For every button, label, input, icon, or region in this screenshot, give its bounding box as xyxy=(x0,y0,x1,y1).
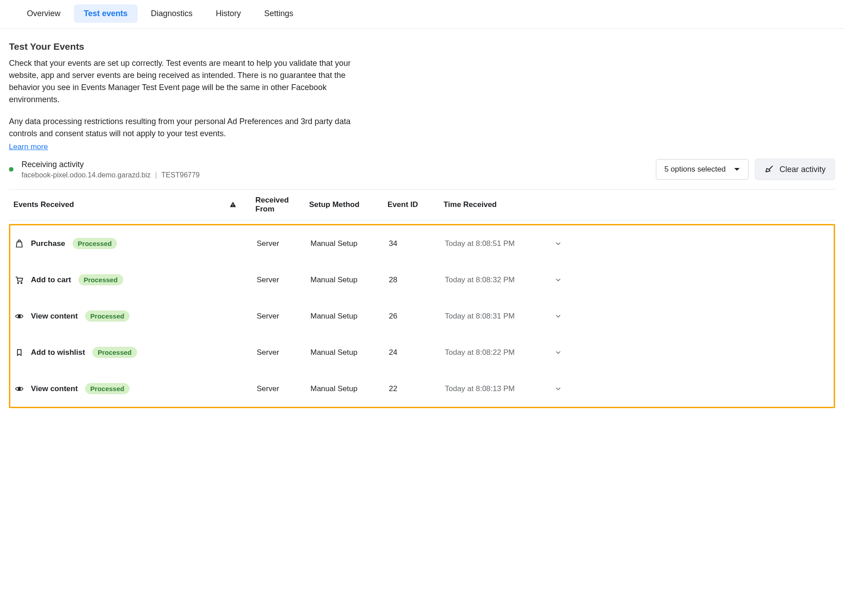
eye-icon xyxy=(15,312,24,321)
svg-point-3 xyxy=(21,282,22,284)
svg-point-5 xyxy=(18,388,21,390)
status-badge: Processed xyxy=(92,347,137,358)
cell-from: Server xyxy=(257,348,310,357)
cell-from: Server xyxy=(257,239,310,248)
table-row: View contentProcessedServerManual Setup2… xyxy=(10,298,834,334)
svg-point-2 xyxy=(17,282,19,284)
status-badge: Processed xyxy=(85,310,130,322)
status-badge: Processed xyxy=(73,238,117,249)
caret-down-icon xyxy=(734,167,740,172)
tab-history[interactable]: History xyxy=(206,4,251,23)
learn-more-link[interactable]: Learn more xyxy=(9,142,48,151)
activity-code: TEST96779 xyxy=(161,171,199,179)
cell-time: Today at 8:08:32 PM xyxy=(445,276,555,284)
cell-id: 24 xyxy=(389,348,445,357)
status-dot-icon xyxy=(9,167,13,172)
cell-method: Manual Setup xyxy=(310,384,389,393)
svg-rect-0 xyxy=(233,204,233,205)
page-description-1: Check that your events are set up correc… xyxy=(9,57,358,106)
events-table-body: PurchaseProcessedServerManual Setup34Tod… xyxy=(9,224,835,408)
col-method: Setup Method xyxy=(309,200,388,209)
cell-method: Manual Setup xyxy=(310,312,389,321)
bag-icon xyxy=(15,239,24,248)
tab-settings[interactable]: Settings xyxy=(254,4,303,23)
cart-icon xyxy=(15,276,24,284)
cell-from: Server xyxy=(257,276,310,284)
expand-row-button[interactable] xyxy=(555,240,573,247)
tab-overview[interactable]: Overview xyxy=(17,4,70,23)
clear-activity-button[interactable]: Clear activity xyxy=(755,159,835,180)
cell-method: Manual Setup xyxy=(310,239,389,248)
tab-diagnostics[interactable]: Diagnostics xyxy=(141,4,202,23)
col-from: Received From xyxy=(255,196,309,214)
page-description-2: Any data processing restrictions resulti… xyxy=(9,116,358,140)
eye-icon xyxy=(15,384,24,393)
expand-row-button[interactable] xyxy=(555,349,573,356)
options-dropdown[interactable]: 5 options selected xyxy=(656,159,749,180)
col-time: Time Received xyxy=(444,200,553,209)
event-name: Add to cart xyxy=(31,276,71,284)
cell-time: Today at 8:08:13 PM xyxy=(445,384,555,393)
page-title: Test Your Events xyxy=(9,41,358,52)
event-name: Purchase xyxy=(31,239,65,248)
tab-bar: OverviewTest eventsDiagnosticsHistorySet… xyxy=(0,0,844,29)
cell-from: Server xyxy=(257,384,310,393)
event-name: Add to wishlist xyxy=(31,348,85,357)
broom-icon xyxy=(764,164,774,174)
cell-time: Today at 8:08:22 PM xyxy=(445,348,555,357)
bookmark-icon xyxy=(15,348,24,357)
cell-time: Today at 8:08:31 PM xyxy=(445,312,555,321)
cell-method: Manual Setup xyxy=(310,348,389,357)
table-row: Add to cartProcessedServerManual Setup28… xyxy=(10,262,834,298)
cell-from: Server xyxy=(257,312,310,321)
svg-rect-1 xyxy=(233,206,233,206)
warning-icon xyxy=(228,201,237,208)
status-badge: Processed xyxy=(78,274,123,285)
expand-row-button[interactable] xyxy=(555,385,573,392)
activity-subtitle: facebook-pixel.odoo.14.demo.garazd.biz|T… xyxy=(22,171,200,179)
dropdown-label: 5 options selected xyxy=(664,165,726,174)
col-id: Event ID xyxy=(388,200,444,209)
cell-id: 34 xyxy=(389,239,445,248)
activity-domain: facebook-pixel.odoo.14.demo.garazd.biz xyxy=(22,171,151,179)
table-header: Events Received Received From Setup Meth… xyxy=(9,189,835,220)
col-events: Events Received xyxy=(13,200,228,209)
table-row: View contentProcessedServerManual Setup2… xyxy=(10,370,834,407)
cell-id: 22 xyxy=(389,384,445,393)
expand-row-button[interactable] xyxy=(555,276,573,284)
clear-activity-label: Clear activity xyxy=(779,165,826,174)
svg-point-4 xyxy=(18,315,21,317)
cell-time: Today at 8:08:51 PM xyxy=(445,239,555,248)
table-row: Add to wishlistProcessedServerManual Set… xyxy=(10,334,834,370)
event-name: View content xyxy=(31,384,78,393)
status-badge: Processed xyxy=(85,383,130,394)
cell-method: Manual Setup xyxy=(310,276,389,284)
event-name: View content xyxy=(31,312,78,321)
table-row: PurchaseProcessedServerManual Setup34Tod… xyxy=(10,225,834,262)
tab-test-events[interactable]: Test events xyxy=(74,4,138,23)
expand-row-button[interactable] xyxy=(555,313,573,320)
cell-id: 28 xyxy=(389,276,445,284)
cell-id: 26 xyxy=(389,312,445,321)
activity-title: Receiving activity xyxy=(22,160,200,169)
